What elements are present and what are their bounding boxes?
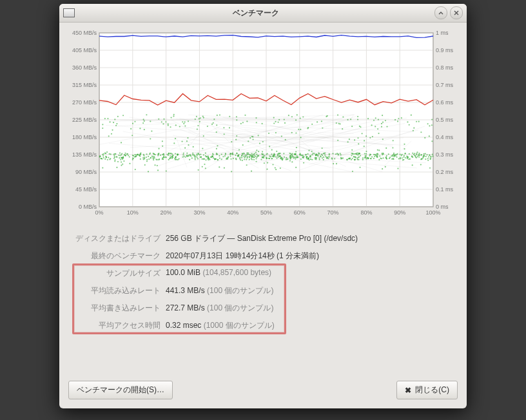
svg-point-420 xyxy=(176,159,177,160)
svg-text:0.4 ms: 0.4 ms xyxy=(436,134,454,140)
close-dialog-button[interactable]: ✖ 閉じる(C) xyxy=(396,381,458,399)
svg-point-760 xyxy=(360,155,361,157)
svg-point-776 xyxy=(244,158,245,160)
svg-point-153 xyxy=(236,119,237,120)
svg-point-306 xyxy=(146,159,148,160)
svg-point-404 xyxy=(364,155,365,157)
svg-point-997 xyxy=(379,155,380,157)
svg-point-459 xyxy=(200,157,202,158)
svg-point-1015 xyxy=(247,157,248,158)
svg-point-1006 xyxy=(335,153,336,155)
svg-point-865 xyxy=(244,155,246,156)
svg-point-796 xyxy=(290,153,291,154)
svg-point-697 xyxy=(275,169,277,170)
benchmark-chart: 0 MB/s0 ms45 MB/s0.1 ms90 MB/s0.2 ms135 … xyxy=(68,29,458,220)
svg-point-894 xyxy=(262,141,264,142)
svg-point-375 xyxy=(199,121,200,122)
svg-point-657 xyxy=(427,160,429,161)
svg-point-150 xyxy=(132,159,133,160)
svg-point-569 xyxy=(404,155,405,156)
svg-point-571 xyxy=(227,157,228,158)
svg-point-765 xyxy=(322,128,323,129)
svg-point-138 xyxy=(407,158,408,159)
svg-point-684 xyxy=(114,159,115,160)
svg-point-988 xyxy=(380,158,381,159)
close-button[interactable] xyxy=(450,6,463,19)
svg-point-466 xyxy=(252,138,253,140)
svg-point-497 xyxy=(396,157,397,158)
svg-point-740 xyxy=(322,148,323,149)
svg-point-427 xyxy=(300,129,301,130)
svg-point-540 xyxy=(162,154,163,155)
svg-point-956 xyxy=(106,157,107,158)
svg-point-695 xyxy=(426,154,427,155)
svg-point-688 xyxy=(424,155,425,156)
svg-point-985 xyxy=(256,154,257,155)
svg-point-505 xyxy=(400,153,401,155)
svg-point-622 xyxy=(222,156,224,157)
svg-point-998 xyxy=(236,116,237,117)
svg-point-346 xyxy=(409,124,410,126)
svg-point-940 xyxy=(170,126,171,128)
svg-point-648 xyxy=(398,118,399,119)
svg-text:30%: 30% xyxy=(193,209,205,216)
svg-point-212 xyxy=(293,157,294,158)
svg-point-803 xyxy=(255,158,257,159)
svg-text:20%: 20% xyxy=(161,209,172,216)
svg-point-553 xyxy=(333,163,334,164)
svg-point-205 xyxy=(236,135,237,137)
svg-point-554 xyxy=(404,148,405,149)
svg-point-775 xyxy=(364,153,365,154)
svg-point-503 xyxy=(289,156,291,157)
svg-point-511 xyxy=(425,158,426,160)
svg-point-267 xyxy=(253,159,255,160)
svg-point-372 xyxy=(114,119,115,120)
svg-point-756 xyxy=(182,157,184,158)
svg-point-548 xyxy=(187,137,188,138)
svg-point-815 xyxy=(355,153,356,155)
svg-point-260 xyxy=(171,117,172,119)
svg-point-644 xyxy=(424,153,425,155)
svg-point-1001 xyxy=(153,153,155,155)
svg-point-378 xyxy=(365,158,367,159)
svg-text:0.2 ms: 0.2 ms xyxy=(436,169,454,175)
svg-point-964 xyxy=(168,159,170,160)
svg-text:225 MB/s: 225 MB/s xyxy=(72,117,97,123)
svg-point-575 xyxy=(184,121,186,122)
svg-point-413 xyxy=(349,138,350,140)
svg-point-336 xyxy=(394,154,396,155)
svg-point-364 xyxy=(204,164,205,165)
svg-point-279 xyxy=(362,157,364,158)
svg-point-416 xyxy=(108,157,109,158)
svg-point-513 xyxy=(419,155,420,156)
svg-point-268 xyxy=(251,171,252,172)
svg-point-871 xyxy=(287,158,288,160)
svg-point-489 xyxy=(421,158,422,160)
svg-point-717 xyxy=(129,163,130,164)
svg-point-308 xyxy=(224,155,226,157)
svg-point-269 xyxy=(358,159,359,160)
svg-point-974 xyxy=(126,153,128,155)
svg-point-861 xyxy=(308,157,309,158)
svg-point-376 xyxy=(373,158,375,159)
svg-text:360 MB/s: 360 MB/s xyxy=(72,64,97,71)
svg-point-730 xyxy=(422,157,424,158)
svg-text:315 MB/s: 315 MB/s xyxy=(72,82,97,88)
svg-point-358 xyxy=(157,165,158,166)
svg-text:0%: 0% xyxy=(95,209,103,216)
svg-point-823 xyxy=(235,155,236,156)
svg-point-727 xyxy=(382,157,384,158)
restore-button[interactable] xyxy=(434,6,447,19)
svg-point-711 xyxy=(183,155,184,157)
svg-point-486 xyxy=(208,159,209,160)
svg-point-297 xyxy=(195,119,196,120)
svg-point-615 xyxy=(381,126,382,128)
svg-point-937 xyxy=(307,127,309,128)
start-benchmark-button[interactable]: ベンチマークの開始(S)… xyxy=(68,381,173,399)
svg-point-989 xyxy=(382,122,384,123)
svg-point-671 xyxy=(382,138,384,140)
svg-point-921 xyxy=(133,158,134,159)
svg-point-146 xyxy=(242,144,244,146)
svg-point-902 xyxy=(354,159,355,160)
svg-point-164 xyxy=(266,169,268,170)
